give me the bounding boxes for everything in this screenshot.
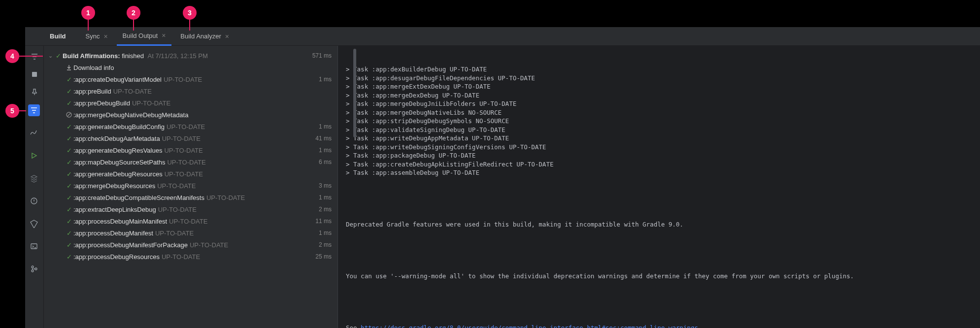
- tree-item[interactable]: ✓:app:mapDebugSourceSetPathsUP-TO-DATE6 …: [44, 156, 338, 168]
- console-line: > Task :app:mergeExtDexDebug UP-TO-DATE: [346, 82, 972, 91]
- tree-item-label: :app:mergeDebugResourcesUP-TO-DATE: [73, 182, 319, 190]
- check-icon: ✓: [65, 123, 73, 131]
- tree-item[interactable]: ✓:app:processDebugMainManifestUP-TO-DATE…: [44, 215, 338, 227]
- console-line: > Task :app:assembleDebug UP-TO-DATE: [346, 168, 972, 177]
- console-see: See https://docs.gradle.org/8.0/userguid…: [346, 324, 972, 328]
- tree-item[interactable]: Download info: [44, 62, 338, 73]
- tree-scrollbar-thumb[interactable]: [353, 49, 356, 137]
- app-quality-icon[interactable]: [28, 218, 40, 230]
- tree-item-duration: 1 ms: [319, 147, 332, 154]
- close-icon[interactable]: ×: [225, 33, 229, 40]
- svg-rect-4: [31, 244, 37, 249]
- tree-item[interactable]: ✓:app:generateDebugResourcesUP-TO-DATE: [44, 168, 338, 180]
- tree-item[interactable]: :app:mergeDebugNativeDebugMetadata: [44, 109, 338, 121]
- run-icon[interactable]: [28, 150, 40, 162]
- tree-item-duration: 25 ms: [315, 253, 332, 260]
- close-icon[interactable]: ×: [103, 33, 107, 40]
- console-line: > Task :app:mergeDexDebug UP-TO-DATE: [346, 91, 972, 100]
- console-output[interactable]: > Task :app:dexBuilderDebug UP-TO-DATE> …: [338, 46, 980, 328]
- check-icon: ✓: [65, 76, 73, 83]
- tree-item[interactable]: ✓:app:createDebugCompatibleScreenManifes…: [44, 192, 338, 203]
- check-icon: ✓: [65, 135, 73, 142]
- svg-point-6: [32, 270, 34, 272]
- stop-icon[interactable]: [30, 69, 39, 79]
- tab-build[interactable]: Build: [44, 27, 72, 46]
- console-line: > Task :app:createDebugApkListingFileRed…: [346, 160, 972, 169]
- tree-item-duration: 2 ms: [319, 206, 332, 213]
- tree-item-duration: 6 ms: [319, 159, 332, 165]
- tree-item-duration: 1 ms: [319, 76, 332, 83]
- tree-item-duration: 1 ms: [319, 123, 332, 130]
- check-icon: ✓: [65, 241, 73, 249]
- check-icon: ✓: [65, 88, 73, 95]
- close-icon[interactable]: ×: [162, 32, 166, 39]
- build-tool-icon[interactable]: [28, 104, 40, 116]
- tree-item-label: :app:generateDebugResourcesUP-TO-DATE: [73, 170, 332, 178]
- gradle-docs-link[interactable]: https://docs.gradle.org/8.0/userguide/co…: [361, 324, 698, 328]
- tree-item-duration: 1 ms: [319, 194, 332, 201]
- tree-item[interactable]: ✓:app:generateDebugBuildConfigUP-TO-DATE…: [44, 121, 338, 132]
- tab-analyzer-label: Build Analyzer: [180, 33, 221, 40]
- tree-item-label: :app:processDebugMainManifestUP-TO-DATE: [73, 218, 315, 225]
- tab-build-label: Build: [50, 33, 66, 40]
- left-tool-rail: [25, 104, 43, 275]
- tree-item[interactable]: ✓:app:createDebugVariantModelUP-TO-DATE1…: [44, 73, 338, 85]
- tree-item-label: :app:mergeDebugNativeDebugMetadata: [73, 111, 332, 119]
- tree-item[interactable]: ✓:app:preDebugBuildUP-TO-DATE: [44, 97, 338, 109]
- build-tabbar: Build Sync × Build Output × Build Analyz…: [25, 27, 980, 46]
- check-icon: ✓: [65, 170, 73, 178]
- check-icon: ✓: [54, 52, 63, 60]
- console-line: > Task :app:validateSigningDebug UP-TO-D…: [346, 126, 972, 134]
- svg-rect-0: [32, 72, 37, 77]
- tree-item-label: :app:checkDebugAarMetadataUP-TO-DATE: [73, 135, 315, 142]
- tab-build-output[interactable]: Build Output ×: [117, 27, 172, 46]
- terminal-icon[interactable]: [28, 240, 40, 252]
- console-line: > Task :app:desugarDebugFileDependencies…: [346, 74, 972, 83]
- callout-2: 2: [127, 6, 140, 20]
- pin-icon[interactable]: [30, 87, 39, 97]
- tree-item[interactable]: ✓:app:preBuildUP-TO-DATE: [44, 85, 338, 97]
- tree-item[interactable]: ✓:app:extractDeepLinksDebugUP-TO-DATE2 m…: [44, 203, 338, 215]
- tree-item[interactable]: ✓:app:generateDebugResValuesUP-TO-DATE1 …: [44, 144, 338, 156]
- tree-item[interactable]: ✓:app:processDebugManifestForPackageUP-T…: [44, 239, 338, 251]
- tree-item-duration: 1 ms: [319, 230, 332, 236]
- svg-point-7: [35, 268, 37, 270]
- callout-4: 4: [5, 49, 19, 63]
- console-line: > Task :app:dexBuilderDebug UP-TO-DATE: [346, 65, 972, 74]
- console-line: > Task :app:writeDebugAppMetadata UP-TO-…: [346, 134, 972, 143]
- download-icon: [65, 64, 73, 71]
- tree-item-duration: 3 ms: [319, 182, 332, 189]
- vcs-icon[interactable]: [28, 263, 40, 275]
- tree-item[interactable]: ✓:app:processDebugResourcesUP-TO-DATE25 …: [44, 251, 338, 262]
- tab-output-label: Build Output: [123, 32, 158, 39]
- tree-item-label: :app:processDebugManifestUP-TO-DATE: [73, 230, 319, 237]
- check-icon: ✓: [65, 253, 73, 261]
- tree-item[interactable]: ✓:app:processDebugManifestUP-TO-DATE1 ms: [44, 227, 338, 239]
- tab-sync[interactable]: Sync ×: [80, 27, 114, 46]
- tree-scrollbar[interactable]: [352, 46, 357, 328]
- tree-item-label: :app:generateDebugResValuesUP-TO-DATE: [73, 147, 319, 154]
- check-icon: ✓: [65, 182, 73, 190]
- tree-item[interactable]: ✓:app:mergeDebugResourcesUP-TO-DATE3 ms: [44, 180, 338, 192]
- tree-item-label: :app:generateDebugBuildConfigUP-TO-DATE: [73, 123, 319, 131]
- tree-item-label: :app:preBuildUP-TO-DATE: [73, 88, 332, 95]
- tree-item[interactable]: ✓:app:checkDebugAarMetadataUP-TO-DATE41 …: [44, 132, 338, 144]
- console-line: > Task :app:mergeDebugNativeLibs NO-SOUR…: [346, 108, 972, 117]
- console-line: > Task :app:packageDebug UP-TO-DATE: [346, 151, 972, 160]
- tree-item-label: :app:mapDebugSourceSetPathsUP-TO-DATE: [73, 159, 319, 166]
- console-line: > Task :app:writeDebugSigningConfigVersi…: [346, 143, 972, 152]
- tab-build-analyzer[interactable]: Build Analyzer ×: [174, 27, 235, 46]
- filter-icon[interactable]: [30, 52, 39, 62]
- tree-root[interactable]: ⌄ ✓ Build Affirmations: finished At 7/11…: [44, 50, 338, 62]
- tree-item-label: :app:createDebugVariantModelUP-TO-DATE: [73, 76, 319, 83]
- chevron-down-icon[interactable]: ⌄: [47, 53, 54, 59]
- app-inspection-icon[interactable]: [28, 172, 40, 184]
- build-tree[interactable]: ⌄ ✓ Build Affirmations: finished At 7/11…: [44, 46, 338, 328]
- profiler-icon[interactable]: [28, 127, 40, 139]
- problems-icon[interactable]: [28, 195, 40, 207]
- check-icon: ✓: [65, 147, 73, 154]
- check-icon: ✓: [65, 230, 73, 237]
- build-content: ⌄ ✓ Build Affirmations: finished At 7/11…: [25, 46, 980, 328]
- tree-item-label: :app:preDebugBuildUP-TO-DATE: [73, 99, 332, 107]
- console-line: > Task :app:stripDebugDebugSymbols NO-SO…: [346, 117, 972, 126]
